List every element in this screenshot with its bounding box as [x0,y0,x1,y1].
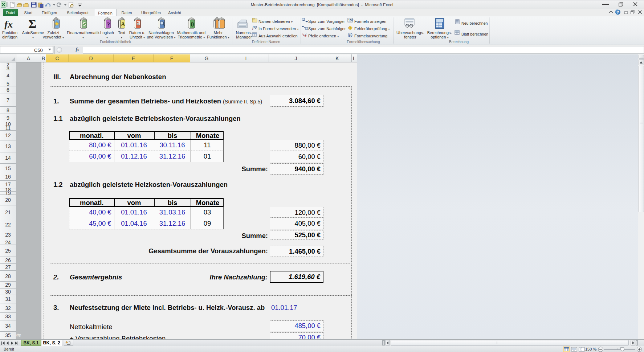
svg-text:A: A [121,21,125,27]
svg-text:fx: fx [349,33,352,37]
svg-text:θ: θ [191,21,194,28]
svg-text:?: ? [617,10,619,15]
svg-text:?: ? [107,21,110,28]
svg-text:!: ! [350,26,351,30]
svg-text:f: f [252,25,254,30]
svg-text:15: 15 [348,19,352,22]
